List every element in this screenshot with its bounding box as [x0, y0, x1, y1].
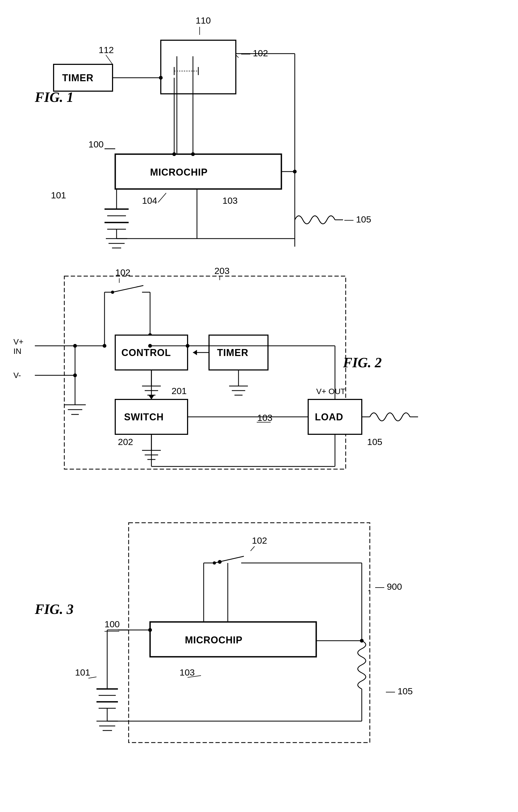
ref-102-fig2: 102 [115, 267, 130, 278]
ref-100-fig1: 100 [88, 139, 104, 149]
svg-line-90 [250, 546, 254, 551]
load-label-fig2: LOAD [315, 411, 343, 423]
ref-101-fig1: 101 [51, 190, 66, 200]
page: FIG. 1 100 101 MICROCHIP 103 — 105 [0, 0, 518, 812]
svg-marker-69 [193, 350, 197, 355]
ref-100-fig3: 100 [104, 619, 120, 629]
svg-line-17 [106, 55, 113, 64]
fig2-diagram: FIG. 2 203 V+ IN V- 102 [0, 263, 518, 509]
timer-label-fig1: TIMER [62, 72, 94, 83]
control-label-fig2: CONTROL [121, 347, 171, 358]
svg-line-53 [113, 286, 143, 292]
svg-marker-71 [149, 396, 154, 400]
svg-point-35 [191, 152, 195, 156]
svg-point-94 [213, 561, 216, 564]
ref-203-fig2: 203 [214, 266, 230, 276]
microchip-label-fig1: MICROCHIP [150, 167, 208, 178]
fig3-label: FIG. 3 [35, 602, 73, 617]
ref-103-fig1: 103 [222, 196, 238, 206]
ref-105-fig2: 105 [367, 437, 383, 447]
svg-point-95 [218, 560, 222, 564]
ref-103-fig2: 103 [257, 412, 273, 423]
ref-102-fig1: — 102 [241, 48, 268, 58]
ref-103-fig3: 103 [180, 667, 195, 677]
fig1-label: FIG. 1 [35, 90, 73, 105]
vminus-label: V- [13, 371, 21, 380]
ref-112-fig1: 112 [99, 45, 114, 55]
fig1-diagram: FIG. 1 100 101 MICROCHIP 103 — 105 [0, 5, 518, 265]
ref-102-fig3: 102 [252, 535, 267, 546]
svg-point-118 [148, 628, 152, 632]
svg-point-54 [111, 291, 114, 294]
ref-101-fig3: 101 [75, 667, 90, 677]
svg-line-15 [158, 193, 166, 202]
svg-point-33 [172, 152, 176, 156]
timer-label-fig2: TIMER [217, 347, 248, 358]
in-label: IN [13, 347, 22, 355]
ref-110-fig1: 110 [195, 15, 211, 26]
svg-point-39 [293, 170, 297, 173]
svg-point-85 [148, 344, 152, 348]
switch-label-fig2: SWITCH [124, 411, 164, 423]
ref-202-fig2: 202 [118, 437, 133, 447]
vplus-in-label: V+ [13, 337, 24, 346]
ref-201-fig2: 201 [172, 386, 187, 396]
fig2-label: FIG. 2 [343, 355, 382, 370]
fig2-dashed-box [64, 276, 346, 469]
ref-105-fig3: — 105 [386, 686, 413, 696]
ref-105-fig1: — 105 [344, 214, 371, 224]
microchip-label-fig3: MICROCHIP [185, 635, 243, 645]
ref-900-fig3: — 900 [375, 581, 402, 592]
svg-point-117 [360, 639, 364, 643]
fig3-diagram: FIG. 3 — 900 102 MICROCHIP 103 100 101 [0, 509, 518, 777]
ref-104-fig1: 104 [142, 196, 157, 206]
vplus-out-label: V+ OUT [316, 387, 345, 396]
